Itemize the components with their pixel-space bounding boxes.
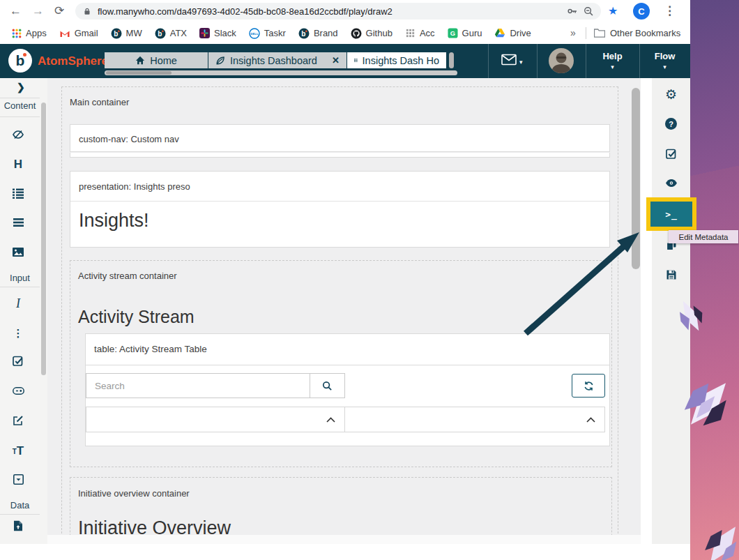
checkbox-icon[interactable] — [0, 356, 36, 367]
arrow-annotation — [516, 225, 648, 343]
custom-nav-collapsed-strip — [70, 153, 610, 158]
bookmark-acc[interactable]: Acc — [399, 22, 441, 44]
bookmark-github[interactable]: Github — [344, 22, 399, 44]
bookmark-taskr[interactable]: DELL Taskr — [243, 22, 292, 44]
browser-profile-avatar[interactable]: C — [633, 3, 650, 20]
leaf-icon — [215, 56, 225, 66]
list-icon[interactable] — [0, 188, 36, 199]
activity-stream-heading: Activity Stream — [78, 307, 195, 327]
key-icon[interactable] — [567, 6, 578, 17]
svg-text:b: b — [114, 29, 118, 37]
palette-section-input: Input — [0, 273, 40, 283]
divider — [0, 287, 40, 287]
notifications-menu[interactable]: ▾ — [488, 44, 537, 78]
canvas-bottom-scroll-track — [47, 535, 641, 544]
file-upload-icon[interactable] — [0, 520, 36, 531]
help-menu[interactable]: Help ▾ — [586, 44, 639, 78]
browser-back-button[interactable]: ← — [10, 0, 22, 22]
more-vertical-icon[interactable]: ⋮ — [0, 327, 36, 340]
bookmark-guru[interactable]: G Guru — [441, 22, 489, 44]
save-icon[interactable] — [652, 269, 690, 280]
help-circle-icon[interactable]: ? — [652, 118, 690, 130]
zoom-out-icon[interactable] — [584, 6, 594, 17]
activity-table-component[interactable]: table: Activity Stream Table — [85, 333, 610, 446]
bookmark-brand[interactable]: b Brand — [292, 22, 344, 44]
palette-section-content: Content — [0, 100, 40, 111]
search-button[interactable] — [310, 373, 345, 398]
text-icon[interactable]: TT — [0, 444, 36, 458]
validate-checkbox-icon[interactable] — [652, 149, 690, 160]
component-palette: ❯ Content H Input I ⋮ TT Data — [0, 78, 47, 544]
edit-metadata-button[interactable]: >_ — [650, 202, 692, 227]
bookmark-apps[interactable]: Apps — [6, 22, 53, 44]
wallpaper-crystal — [696, 516, 739, 560]
brand-name: AtomSphere — [38, 54, 108, 68]
select-icon[interactable] — [0, 474, 36, 485]
tab-strip-hscrollbar[interactable] — [105, 70, 457, 75]
slack-icon — [199, 28, 210, 38]
settings-gear-icon[interactable]: ⚙ — [652, 86, 690, 103]
bookmarks-overflow-chevron[interactable]: » — [570, 22, 576, 44]
bookmark-gmail[interactable]: Gmail — [53, 22, 105, 44]
palette-scrollbar-thumb[interactable] — [41, 103, 46, 375]
menu-bars-icon[interactable] — [0, 218, 36, 227]
bookmark-mw[interactable]: b MW — [105, 22, 148, 44]
table-header-cell[interactable] — [344, 407, 605, 432]
browser-reload-button[interactable]: ⟳ — [54, 0, 64, 22]
user-avatar-menu[interactable] — [537, 44, 586, 78]
refresh-button[interactable] — [572, 374, 605, 398]
svg-text:G: G — [450, 30, 455, 37]
drive-icon — [494, 28, 505, 38]
collapse-panel-chevron[interactable]: ❯ — [17, 82, 25, 93]
search-icon — [322, 381, 333, 391]
lock-icon — [82, 6, 92, 16]
table-header-cell[interactable] — [86, 407, 345, 432]
svg-text:DELL: DELL — [250, 31, 258, 35]
desktop: { "browser": { "url": "flow.manywho.com/… — [0, 0, 739, 560]
bookmarks-bar: Apps Gmail b MW b ATX Slack DELL Taskr b… — [0, 22, 690, 44]
custom-nav-component[interactable]: custom-nav: Custom nav — [70, 124, 610, 152]
bookmark-atx[interactable]: b ATX — [148, 22, 193, 44]
toggle-icon[interactable] — [0, 387, 36, 395]
folder-icon — [594, 29, 605, 38]
browser-menu-icon[interactable]: ⋮ — [664, 0, 676, 22]
gmail-icon — [59, 28, 70, 39]
other-bookmarks-button[interactable]: Other Bookmarks — [594, 22, 680, 44]
bookmark-slack[interactable]: Slack — [193, 22, 243, 44]
boomi-favicon: b — [111, 28, 122, 39]
avatar — [549, 48, 574, 73]
initiative-container-label: Initiative overview container — [78, 488, 190, 499]
browser-forward-button[interactable]: → — [32, 0, 44, 22]
edit-icon[interactable] — [0, 415, 36, 426]
heading-icon[interactable]: H — [0, 158, 36, 172]
image-icon[interactable] — [0, 248, 36, 257]
table-search-input[interactable] — [86, 373, 310, 398]
preview-eye-icon[interactable] — [652, 179, 690, 188]
flow-menu[interactable]: Flow ▾ — [639, 44, 690, 78]
tab-home[interactable]: Home — [105, 52, 208, 68]
url-text[interactable]: flow.manywho.com/da497693-4d02-45db-bc08… — [98, 6, 561, 17]
input-icon[interactable]: I — [0, 296, 36, 311]
sort-caret-icon[interactable] — [586, 417, 595, 423]
chevron-down-icon: ▾ — [586, 64, 639, 70]
main-container-label: Main container — [70, 97, 129, 107]
bookmark-drive[interactable]: Drive — [488, 22, 537, 44]
sort-caret-icon[interactable] — [326, 417, 335, 423]
grid-icon — [354, 56, 358, 65]
edit-metadata-tooltip: Edit Metadata — [669, 230, 738, 243]
chevron-down-icon: ▾ — [639, 64, 690, 70]
presentation-icon[interactable] — [0, 128, 36, 141]
boomi-logo-dot — [23, 53, 26, 56]
tab-insights-dashboard[interactable]: Insights Dashboard ✕ — [208, 52, 346, 68]
browser-toolbar: ← → ⟳ flow.manywho.com/da497693-4d02-45d… — [0, 0, 690, 22]
address-bar[interactable]: flow.manywho.com/da497693-4d02-45db-bc08… — [75, 3, 601, 20]
bookmark-star-icon[interactable]: ★ — [608, 0, 618, 22]
insights-heading: Insights! — [79, 210, 149, 232]
close-tab-icon[interactable]: ✕ — [332, 55, 340, 66]
tab-insights-dash-home[interactable]: Insights Dash Ho — [347, 52, 446, 68]
tab-strip-scrollbar-thumb[interactable] — [449, 52, 454, 68]
dotted-square-icon — [405, 28, 416, 38]
tab-strip-hscrollbar-thumb[interactable] — [106, 71, 172, 75]
boomi-logo[interactable]: b — [8, 49, 32, 73]
terminal-icon: >_ — [665, 209, 678, 220]
